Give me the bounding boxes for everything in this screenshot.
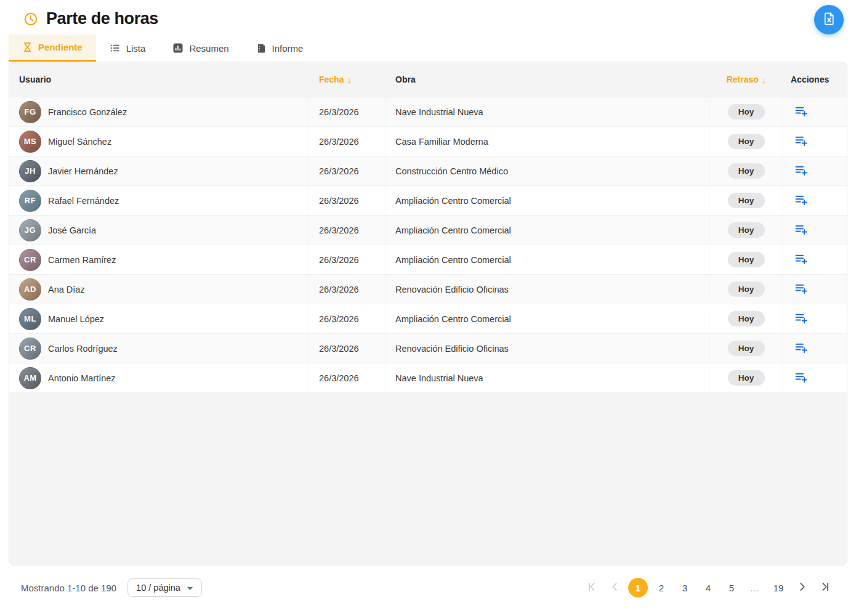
next-page-button[interactable] [792,578,812,598]
delay-badge: Hoy [728,163,765,179]
results-summary: Mostrando 1-10 de 190 [21,583,116,593]
tab-pendiente[interactable]: Pendiente [9,34,96,62]
tab-bar: Pendiente Lista Resumen [9,34,317,62]
add-timesheet-entry-button[interactable] [793,370,809,387]
add-timesheet-entry-button[interactable] [793,281,809,298]
page-button-1[interactable]: 1 [628,578,648,598]
add-timesheet-entry-button[interactable] [793,251,809,269]
table-row: ML Manuel López 26/3/2026 Ampliación Cen… [9,304,847,334]
project-cell: Casa Familiar Moderna [386,127,709,156]
actions-cell [783,363,847,392]
add-timesheet-entry-button[interactable] [793,222,809,239]
delay-badge: Hoy [728,193,765,208]
user-name: Miguel Sánchez [48,137,111,147]
user-cell: JH Javier Hernández [9,156,309,185]
column-header-retraso[interactable]: Retraso ↓ [709,75,783,85]
playlist-add-icon [794,105,807,120]
add-timesheet-entry-button[interactable] [793,103,809,121]
user-cell: CR Carlos Rodríguez [9,334,309,363]
tab-informe[interactable]: Informe [243,34,317,62]
page-button-4[interactable]: 4 [698,578,718,598]
delay-cell: Hoy [709,245,783,274]
table-row: JG José García 26/3/2026 Ampliación Cent… [9,216,847,245]
footer-left: Mostrando 1-10 de 190 10 / página [21,578,202,597]
add-timesheet-entry-button[interactable] [793,310,809,328]
add-timesheet-entry-button[interactable] [793,163,809,180]
first-page-button[interactable] [581,578,601,598]
last-page-icon [821,582,830,593]
last-page-button[interactable] [815,578,835,598]
chevron-right-icon [797,582,807,593]
export-excel-button[interactable] [814,5,844,34]
column-header-label: Retraso [727,75,759,84]
delay-badge: Hoy [728,104,765,120]
tab-label: Lista [126,43,146,54]
user-name: Francisco González [48,107,127,117]
avatar: RF [19,190,41,212]
pending-timesheets-table: Usuario Fecha ↓ Obra Retraso ↓ Acciones … [9,62,847,565]
actions-cell [783,216,847,245]
project-cell: Ampliación Centro Comercial [386,304,709,333]
avatar: JH [19,160,41,182]
column-header-fecha[interactable]: Fecha ↓ [309,75,386,85]
user-name: Rafael Fernández [48,196,119,206]
page-button-2[interactable]: 2 [652,578,671,598]
project-cell: Ampliación Centro Comercial [386,216,709,245]
column-header-label: Fecha [319,75,344,84]
delay-badge: Hoy [728,134,765,149]
avatar: AD [19,278,41,301]
page-button-19[interactable]: 19 [769,578,788,598]
user-cell: ML Manuel López [9,304,309,333]
playlist-add-icon [794,341,807,356]
tab-lista[interactable]: Lista [96,34,159,62]
sort-desc-icon: ↓ [347,75,352,85]
date-cell: 26/3/2026 [309,127,386,156]
page-button-5[interactable]: 5 [722,578,741,598]
date-cell: 26/3/2026 [309,156,386,185]
user-cell: RF Rafael Fernández [9,186,309,215]
delay-badge: Hoy [728,311,765,326]
page-button-3[interactable]: 3 [675,578,695,598]
add-timesheet-entry-button[interactable] [793,340,809,357]
avatar: AM [19,367,41,389]
date-cell: 26/3/2026 [309,186,386,215]
actions-cell [783,245,847,274]
delay-badge: Hoy [728,341,765,356]
bar-chart-icon [172,43,184,54]
user-name: Manuel López [48,314,104,324]
actions-cell [783,275,847,304]
tab-resumen[interactable]: Resumen [159,34,242,62]
caret-down-icon [187,583,193,593]
avatar: ML [19,308,41,330]
prev-page-button[interactable] [605,578,624,598]
avatar: CR [19,249,41,271]
delay-cell: Hoy [709,156,783,185]
actions-cell [783,186,847,215]
table-row: RF Rafael Fernández 26/3/2026 Ampliación… [9,186,847,216]
first-page-icon [587,582,596,593]
user-name: Carmen Ramírez [48,255,116,265]
excel-export-icon [822,12,836,28]
table-row: JH Javier Hernández 26/3/2026 Construcci… [9,156,847,186]
playlist-add-icon [794,312,807,326]
actions-cell [783,97,847,126]
user-cell: JG José García [9,216,309,245]
page-size-select[interactable]: 10 / página [127,578,202,597]
page-ellipsis[interactable]: ... [745,578,765,598]
add-timesheet-entry-button[interactable] [793,133,809,150]
table-row: FG Francisco González 26/3/2026 Nave Ind… [9,97,847,127]
playlist-add-icon [794,164,807,179]
tab-label: Pendiente [38,42,83,52]
avatar: JG [19,219,41,241]
table-header-row: Usuario Fecha ↓ Obra Retraso ↓ Acciones [9,62,847,97]
hourglass-icon [22,41,33,53]
table-row: CR Carmen Ramírez 26/3/2026 Ampliación C… [9,245,847,275]
add-timesheet-entry-button[interactable] [793,192,809,209]
date-cell: 26/3/2026 [309,304,386,333]
project-cell: Renovación Edificio Oficinas [386,334,709,363]
project-cell: Nave Industrial Nueva [386,97,709,126]
delay-cell: Hoy [709,127,783,156]
delay-cell: Hoy [709,186,783,215]
playlist-add-icon [794,282,807,297]
delay-cell: Hoy [709,334,783,363]
